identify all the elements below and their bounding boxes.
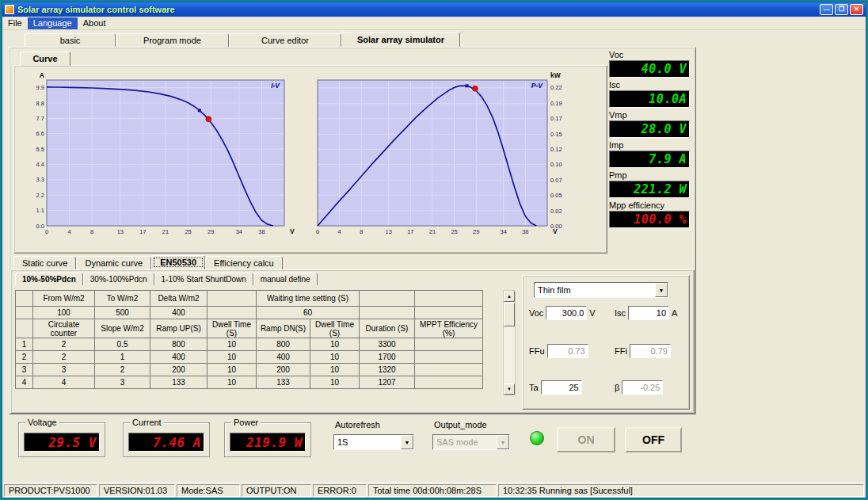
menu-file[interactable]: File [2,17,28,29]
table-cell[interactable] [415,376,483,389]
voltage-display: 29.5 V [24,433,100,452]
app-icon [5,5,14,14]
tab-start-shuntdown[interactable]: 1-10% Start ShuntDown [154,273,253,285]
col-header: To W/m2 [95,291,150,307]
scroll-thumb[interactable] [504,303,515,326]
table-cell[interactable]: 4 [33,376,95,389]
header-value-cell[interactable]: 60 [257,307,360,319]
tab-10-50-pdcn[interactable]: 10%-50%Pdcn [15,273,83,285]
table-cell[interactable]: 10 [207,364,257,376]
col-header [360,291,415,307]
header-value-cell[interactable]: 400 [150,307,207,319]
dropdown-arrow-icon[interactable]: ▼ [401,435,413,449]
isc-field-label: Isc [615,308,626,318]
table-cell[interactable]: 3 [33,364,95,376]
row-number: 2 [16,351,33,364]
menu-language[interactable]: Language [28,17,78,29]
dropdown-arrow-icon[interactable]: ▼ [655,283,668,297]
header-value-cell [415,307,483,319]
close-icon[interactable]: ✕ [850,4,863,15]
pv-type-select[interactable]: Thin film ▼ [534,282,668,298]
isc-label: Isc [609,80,690,90]
header-value-cell[interactable]: 500 [95,307,150,319]
table-cell[interactable]: 1700 [360,351,415,364]
status-output: OUTPUT:ON [242,484,311,497]
isc-input[interactable] [628,306,669,320]
table-cell[interactable]: 10 [310,376,360,389]
output-mode-select: SAS mode ▼ [432,434,510,450]
svg-text:25: 25 [451,228,457,235]
svg-text:kW: kW [550,71,562,79]
table-cell[interactable]: 200 [257,364,310,376]
tab-manual-define[interactable]: manual define [253,273,318,285]
col-header [415,291,483,307]
tab-en50530[interactable]: EN50530 [151,255,205,269]
table-cell[interactable]: 2 [95,364,150,376]
ta-input[interactable] [541,380,582,395]
col-header: Ramp UP(S) [150,319,207,338]
table-cell[interactable]: 0.5 [95,338,150,351]
col-header: Circulate counter [33,319,95,338]
scroll-down-icon[interactable]: ▼ [504,384,515,395]
tab-solar-array-simulator[interactable]: Solar array simulator [341,32,460,47]
table-cell[interactable]: 800 [150,338,207,351]
table-header-row-1: From W/m2 To W/m2 Delta W/m2 Waiting tim… [16,291,483,307]
svg-text:0.07: 0.07 [550,177,562,184]
voc-input[interactable] [546,306,587,320]
status-mode: Mode:SAS [177,484,240,497]
table-cell[interactable]: 1320 [360,364,415,376]
readout-column: Voc 40.0 V Isc 10.0A Vmp 28.0 V Imp 7.9 … [609,50,690,231]
svg-text:21: 21 [429,228,436,235]
title-bar[interactable]: Solar array simulator control software —… [2,2,866,17]
table-cell[interactable]: 10 [310,351,360,364]
tab-efficiency-calcu[interactable]: Efficiency calcu [205,256,283,269]
table-scrollbar[interactable]: ▲ ▼ [503,290,516,395]
table-cell[interactable]: 400 [257,351,310,364]
current-label: Current [130,418,164,427]
table-cell[interactable] [415,351,483,364]
pv-type-value: Thin film [535,285,655,295]
table-cell[interactable]: 10 [310,338,360,351]
table-cell[interactable]: 133 [150,376,207,389]
table-cell[interactable]: 10 [310,364,360,376]
table-cell[interactable]: 200 [150,364,207,376]
table-cell[interactable]: 400 [150,351,207,364]
table-cell[interactable]: 2 [33,351,95,364]
col-header: Slope W/m2 [95,319,150,338]
tab-30-100-pdcn[interactable]: 30%-100%Pdcn [83,273,154,285]
table-row: 3 3 2 200 10 200 10 1320 [16,364,483,376]
tab-dynamic-curve[interactable]: Dynamic curve [76,256,151,269]
minimize-icon[interactable]: — [820,4,833,15]
table-cell[interactable] [415,338,483,351]
scroll-up-icon[interactable]: ▲ [504,291,515,302]
on-button[interactable]: ON [557,427,615,452]
table-cell[interactable]: 10 [207,338,257,351]
off-button[interactable]: OFF [625,427,682,452]
svg-text:0.00: 0.00 [550,223,562,230]
table-cell[interactable]: 3 [95,376,150,389]
tab-static-curve[interactable]: Static curve [13,256,76,269]
table-cell[interactable]: 133 [257,376,310,389]
tab-curve-editor[interactable]: Curve editor [229,33,341,47]
table-cell[interactable] [415,364,483,376]
tab-program-mode[interactable]: Program mode [116,33,229,47]
maximize-icon[interactable]: ❐ [835,4,848,15]
col-header: From W/m2 [33,291,95,307]
table-cell[interactable]: 800 [257,338,310,351]
header-value-cell[interactable]: 100 [33,307,95,319]
col-header: MPPT Efficiency (%) [415,319,483,338]
svg-text:29: 29 [473,228,479,235]
voc-display: 40.0 V [609,60,690,78]
table-cell[interactable]: 3300 [360,338,415,351]
table-cell[interactable]: 1 [95,351,150,364]
tab-curve[interactable]: Curve [20,52,70,66]
table-cell[interactable]: 2 [33,338,95,351]
table-cell[interactable]: 10 [207,376,257,389]
tab-basic[interactable]: basic [25,33,116,47]
ffu-input [547,344,588,358]
menu-about[interactable]: About [78,17,112,29]
table-cell[interactable]: 10 [207,351,257,364]
table-cell[interactable]: 1207 [360,376,415,389]
autorefresh-select[interactable]: 1S ▼ [333,434,414,450]
svg-text:0.10: 0.10 [550,161,562,168]
